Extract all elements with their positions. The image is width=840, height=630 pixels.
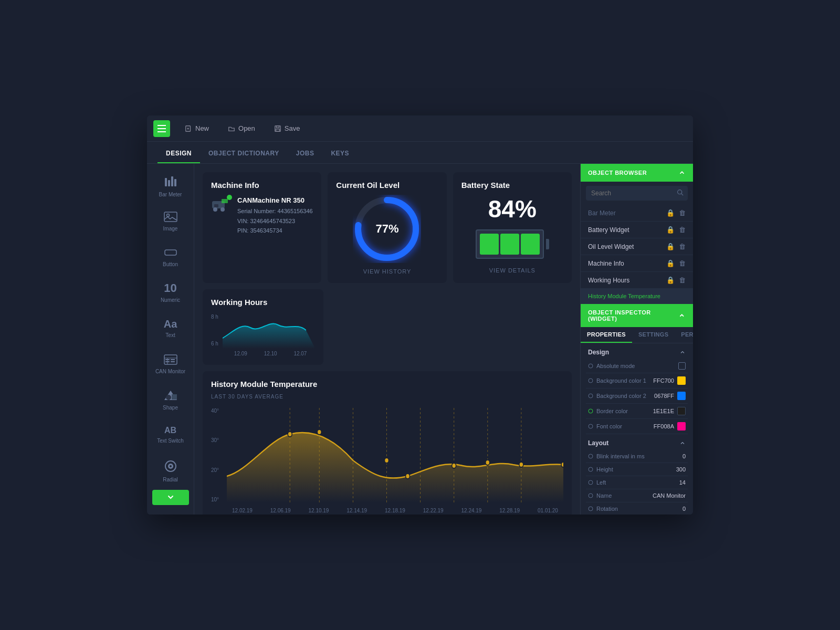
- machine-info-row: CANMachine NR 350 Serial Number: 4436515…: [211, 195, 313, 236]
- machine-serial: Serial Number: 44365156346: [237, 206, 313, 216]
- sidebar-item-radial[interactable]: Radial: [152, 454, 189, 488]
- text-icon: Aa: [164, 319, 177, 329]
- svg-rect-27: [214, 204, 218, 207]
- sidebar-item-shape[interactable]: Shape: [152, 383, 189, 416]
- x-1218: 12.18.19: [385, 508, 405, 513]
- tab-keys[interactable]: KEYS: [322, 144, 358, 163]
- object-row-history: History Module Temperature: [581, 289, 693, 304]
- object-row-machine-info: Machine Info 🔒 🗑: [581, 255, 693, 272]
- object-browser-list: Bar Meter 🔒 🗑 Battery Widget 🔒 🗑 Oil Lev…: [581, 205, 693, 304]
- lock-icon[interactable]: 🔒: [666, 259, 675, 267]
- obj-name-machine-info: Machine Info: [588, 260, 624, 267]
- absolute-mode-checkbox[interactable]: [678, 362, 686, 370]
- sidebar-item-bar-meter[interactable]: Bar Meter: [152, 169, 189, 203]
- bg-color-1-value: FFC700: [653, 376, 686, 385]
- svg-rect-5: [276, 129, 279, 131]
- y-label-8h: 8 h: [211, 314, 218, 320]
- working-hours-y-labels: 8 h 6 h: [211, 312, 218, 349]
- unlink-icon-height: [588, 467, 593, 472]
- history-module-widget: History Module Temperature LAST 30 DAYS …: [203, 371, 572, 514]
- name-label: Name: [588, 492, 612, 499]
- obj-actions-bar-meter: 🔒 🗑: [666, 209, 686, 217]
- border-color-swatch[interactable]: [677, 407, 686, 415]
- radial-icon: [163, 459, 178, 474]
- svg-point-45: [589, 394, 593, 398]
- sidebar-expand-button[interactable]: [152, 490, 189, 505]
- sidebar-item-numeric[interactable]: 10 Numeric: [152, 276, 189, 310]
- bg-color-2-swatch[interactable]: [677, 392, 686, 400]
- insp-row-bg-color-1: Background color 1 FFC700: [586, 373, 688, 388]
- tab-settings[interactable]: SETTINGS: [632, 327, 675, 343]
- y-label-6h: 6 h: [211, 341, 218, 346]
- bar-meter-icon: [163, 174, 178, 188]
- search-input[interactable]: [586, 186, 688, 201]
- bg-color-2-hex: 0678FF: [654, 393, 674, 399]
- unlink-icon-1: [588, 378, 593, 383]
- svg-point-50: [589, 480, 593, 485]
- y-30: 30°: [211, 437, 219, 443]
- app-wrapper: New Open Save DESIGN OBJECT DICTIONARY J…: [147, 116, 693, 514]
- sidebar-item-text[interactable]: Aa Text: [152, 311, 189, 345]
- unlink-icon-name: [588, 493, 593, 498]
- history-point-1: [288, 432, 292, 437]
- unlink-icon-2: [588, 393, 593, 398]
- tab-design[interactable]: DESIGN: [158, 144, 200, 163]
- tab-performance[interactable]: PERFORMAN...: [675, 327, 693, 343]
- tab-properties[interactable]: PROPERTIES: [581, 327, 632, 343]
- svg-rect-8: [171, 176, 173, 186]
- object-inspector-header: OBJECT INSPECTOR (WIDGET): [581, 304, 693, 327]
- save-button[interactable]: Save: [270, 122, 304, 134]
- blink-label: Blink interval in ms: [588, 453, 645, 459]
- open-button[interactable]: Open: [224, 122, 259, 134]
- font-color-label: Font color: [588, 423, 622, 429]
- menu-button[interactable]: [153, 120, 170, 137]
- x-label-1209: 12.09: [234, 351, 247, 356]
- history-point-5: [452, 463, 456, 468]
- x-0101: 01.01.20: [538, 508, 558, 513]
- svg-rect-7: [168, 180, 170, 186]
- chevron-up-design[interactable]: [679, 349, 686, 355]
- x-1224: 12.24.19: [461, 508, 482, 513]
- sidebar-item-can-monitor[interactable]: CAN Monitor: [152, 347, 189, 381]
- bg-color-1-swatch[interactable]: [677, 376, 686, 385]
- insp-row-border-color: Border color 1E1E1E: [586, 404, 688, 419]
- sidebar-item-text-switch[interactable]: AB Text Switch: [152, 418, 189, 452]
- insp-row-rotation: Rotation 0: [586, 502, 688, 514]
- sidebar-item-button[interactable]: Button: [152, 240, 189, 274]
- font-color-swatch[interactable]: [677, 422, 686, 430]
- delete-icon[interactable]: 🗑: [679, 276, 686, 284]
- delete-icon[interactable]: 🗑: [679, 259, 686, 267]
- sidebar-label-can-monitor: CAN Monitor: [155, 369, 185, 374]
- tab-object-dictionary[interactable]: OBJECT DICTIONARY: [200, 144, 288, 163]
- delete-icon[interactable]: 🗑: [679, 243, 686, 250]
- history-point-8: [561, 462, 563, 467]
- x-label-1207: 12.07: [293, 351, 307, 356]
- new-icon: [185, 125, 192, 132]
- oil-level-widget: Current Oil Level 77% VIEW HISTORY: [328, 172, 446, 283]
- delete-icon[interactable]: 🗑: [679, 209, 686, 217]
- lock-icon[interactable]: 🔒: [666, 276, 675, 284]
- lock-icon[interactable]: 🔒: [666, 209, 675, 217]
- unlink-icon-rotation: [588, 506, 593, 511]
- sidebar-item-image[interactable]: Image: [152, 205, 189, 238]
- new-button[interactable]: New: [181, 122, 213, 134]
- x-1214: 12.14.19: [346, 508, 367, 513]
- can-monitor-icon: [163, 354, 178, 365]
- oil-view-history[interactable]: VIEW HISTORY: [363, 268, 412, 275]
- left-label: Left: [588, 479, 606, 486]
- border-color-value: 1E1E1E: [653, 407, 686, 415]
- history-chart-container: 40° 30° 20° 10°: [211, 408, 563, 513]
- x-1210: 12.10.19: [309, 508, 329, 513]
- lock-icon[interactable]: 🔒: [666, 243, 675, 250]
- machine-pin: PIN: 3546345734: [237, 226, 313, 236]
- sidebar-label-numeric: Numeric: [161, 297, 180, 303]
- tab-jobs[interactable]: JOBS: [288, 144, 323, 163]
- bg-color-1-hex: FFC700: [653, 377, 674, 384]
- chevron-up-layout[interactable]: [679, 440, 686, 446]
- sidebar-label-text-switch: Text Switch: [157, 438, 184, 444]
- history-point-4: [406, 474, 410, 479]
- delete-icon[interactable]: 🗑: [679, 226, 686, 234]
- lock-icon[interactable]: 🔒: [666, 226, 675, 234]
- battery-view-details[interactable]: VIEW DETAILS: [461, 267, 563, 274]
- machine-info-title: Machine Info: [211, 181, 313, 190]
